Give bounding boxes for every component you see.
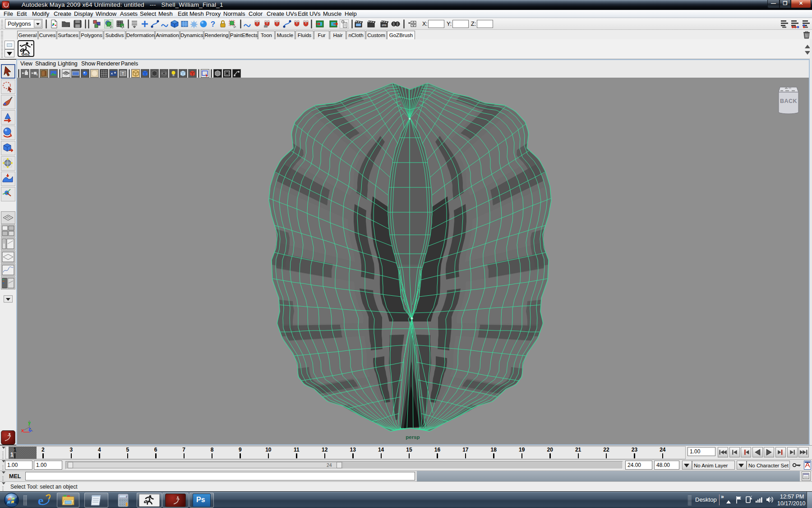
svg-text:e: e bbox=[38, 494, 43, 508]
svg-text:BACK: BACK bbox=[780, 98, 797, 104]
svg-text:IPR: IPR bbox=[382, 24, 387, 27]
svg-text:z: z bbox=[28, 426, 31, 432]
svg-text:?: ? bbox=[211, 20, 215, 28]
svg-text:T: T bbox=[122, 71, 125, 76]
svg-text:8: 8 bbox=[126, 495, 127, 498]
svg-text:f: f bbox=[37, 73, 38, 77]
svg-text:y: y bbox=[28, 420, 31, 425]
svg-text:GoZ: GoZ bbox=[22, 51, 30, 56]
